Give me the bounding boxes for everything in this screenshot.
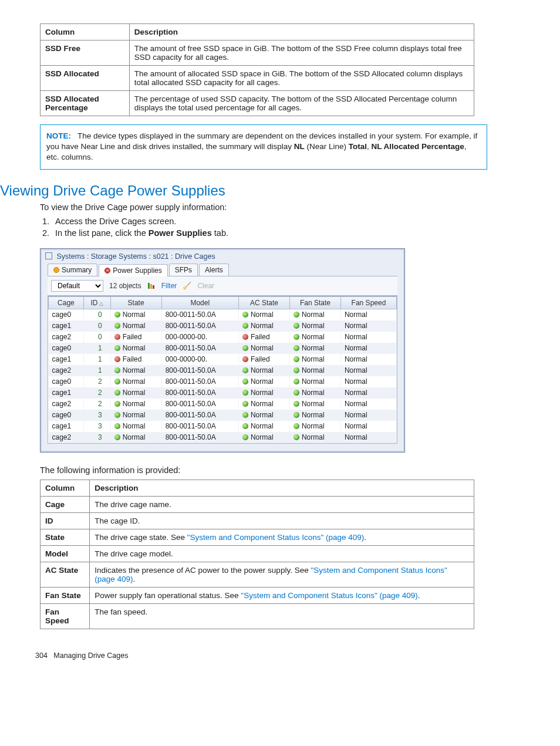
table-row[interactable]: cage13Normal800-0011-50.0ANormalNormalNo… bbox=[49, 421, 397, 432]
cell-fan: Normal bbox=[289, 343, 340, 354]
col-name: AC State bbox=[41, 562, 90, 587]
cell-fan: Normal bbox=[289, 399, 340, 410]
cell-cage: cage0 bbox=[49, 410, 84, 421]
table-row[interactable]: cage20Failed000-0000-00.FailedNormalNorm… bbox=[49, 332, 397, 343]
status-icon bbox=[114, 412, 120, 418]
cell-fan: Normal bbox=[289, 410, 340, 421]
status-icon bbox=[294, 379, 299, 384]
status-icon bbox=[114, 434, 120, 440]
cell-fan: Normal bbox=[289, 421, 340, 432]
status-icon bbox=[114, 367, 120, 373]
status-icon bbox=[242, 401, 248, 407]
cell-speed: Normal bbox=[340, 399, 396, 410]
clock-icon bbox=[53, 267, 59, 273]
cell-state: Normal bbox=[110, 376, 161, 387]
filter-preset-select[interactable]: Default bbox=[51, 280, 103, 292]
cell-cage: cage1 bbox=[49, 354, 84, 365]
status-icon bbox=[242, 412, 248, 418]
tab-sfps[interactable]: SFPs bbox=[169, 264, 198, 276]
col-model[interactable]: Model bbox=[161, 296, 238, 309]
doc-link[interactable]: "System and Component Status Icons" (pag… bbox=[241, 591, 418, 600]
cell-model: 800-0011-50.0A bbox=[161, 421, 238, 432]
cell-id: 2 bbox=[83, 399, 110, 410]
table-row[interactable]: cage21Normal800-0011-50.0ANormalNormalNo… bbox=[49, 365, 397, 376]
col-id[interactable]: ID bbox=[83, 296, 110, 309]
status-icon bbox=[114, 312, 120, 318]
cell-model: 800-0011-50.0A bbox=[161, 432, 238, 443]
note-label: NOTE: bbox=[46, 131, 71, 140]
status-icon bbox=[242, 312, 248, 318]
tab-power-supplies[interactable]: × Power Supplies bbox=[99, 264, 167, 276]
col-name: SSD Allocated bbox=[41, 66, 130, 91]
cell-id: 0 bbox=[83, 332, 110, 343]
cell-fan: Normal bbox=[289, 376, 340, 387]
filter-icon[interactable] bbox=[147, 282, 156, 290]
cell-speed: Normal bbox=[340, 320, 396, 332]
cell-id: 1 bbox=[83, 365, 110, 376]
doc-link[interactable]: "System and Component Status Icons" (pag… bbox=[187, 533, 365, 542]
cell-ac: Failed bbox=[238, 354, 289, 365]
table-row[interactable]: cage22Normal800-0011-50.0ANormalNormalNo… bbox=[49, 399, 397, 410]
table-row[interactable]: cage12Normal800-0011-50.0ANormalNormalNo… bbox=[49, 387, 397, 399]
status-icon bbox=[114, 356, 120, 362]
tab-summary[interactable]: Summary bbox=[48, 264, 97, 276]
cell-ac: Normal bbox=[238, 432, 289, 443]
col-desc: The drive cage name. bbox=[90, 496, 474, 512]
status-icon bbox=[242, 345, 248, 351]
table-row[interactable]: cage00Normal800-0011-50.0ANormalNormalNo… bbox=[49, 309, 397, 320]
status-icon bbox=[114, 379, 120, 384]
svg-rect-1 bbox=[150, 284, 152, 289]
table-row: SSD FreeThe amount of free SSD space in … bbox=[41, 40, 474, 66]
cell-id: 1 bbox=[83, 354, 110, 365]
col-fan-speed[interactable]: Fan Speed bbox=[340, 296, 396, 309]
cell-ac: Normal bbox=[238, 343, 289, 354]
table-row: SSD Allocated PercentageThe percentage o… bbox=[41, 91, 474, 116]
col-fan-state[interactable]: Fan State bbox=[289, 296, 340, 309]
cell-id: 2 bbox=[83, 387, 110, 399]
col-name: Model bbox=[41, 545, 90, 562]
col-state[interactable]: State bbox=[110, 296, 161, 309]
cell-fan: Normal bbox=[289, 387, 340, 399]
cell-speed: Normal bbox=[340, 354, 396, 365]
cell-fan: Normal bbox=[289, 309, 340, 320]
cell-id: 3 bbox=[83, 432, 110, 443]
svg-rect-0 bbox=[148, 283, 150, 289]
table2-header-column: Column bbox=[41, 480, 90, 496]
step-1: Access the Drive Cages screen. bbox=[52, 217, 525, 226]
col-desc: The percentage of used SSD capacity. The… bbox=[129, 91, 474, 116]
table-row[interactable]: cage03Normal800-0011-50.0ANormalNormalNo… bbox=[49, 410, 397, 421]
error-icon: × bbox=[104, 268, 110, 274]
tab-alerts[interactable]: Alerts bbox=[199, 264, 229, 276]
col-ac-state[interactable]: AC State bbox=[238, 296, 289, 309]
cell-state: Normal bbox=[110, 320, 161, 332]
cell-speed: Normal bbox=[340, 309, 396, 320]
table-row: SSD AllocatedThe amount of allocated SSD… bbox=[41, 66, 474, 91]
cell-state: Normal bbox=[110, 432, 161, 443]
cell-id: 3 bbox=[83, 421, 110, 432]
cell-ac: Normal bbox=[238, 421, 289, 432]
status-icon bbox=[114, 323, 120, 329]
cell-state: Normal bbox=[110, 410, 161, 421]
cell-ac: Failed bbox=[238, 332, 289, 343]
procedure-steps: Access the Drive Cages screen. In the li… bbox=[52, 217, 525, 238]
page-number: 304 bbox=[35, 652, 48, 660]
cell-state: Failed bbox=[110, 332, 161, 343]
power-supplies-table: Cage ID State Model AC State Fan State F… bbox=[48, 296, 397, 443]
section-heading: Viewing Drive Cage Power Supplies bbox=[0, 183, 525, 199]
cell-fan: Normal bbox=[289, 332, 340, 343]
table-row[interactable]: cage01Normal800-0011-50.0ANormalNormalNo… bbox=[49, 343, 397, 354]
cell-id: 3 bbox=[83, 410, 110, 421]
filter-link[interactable]: Filter bbox=[161, 282, 177, 290]
clear-icon[interactable]: 🧹 bbox=[183, 282, 191, 290]
table-row[interactable]: cage11Failed000-0000-00.FailedNormalNorm… bbox=[49, 354, 397, 365]
cell-cage: cage2 bbox=[49, 365, 84, 376]
window-title: Systems : Storage Systems : s021 : Drive… bbox=[56, 252, 215, 261]
col-cage[interactable]: Cage bbox=[49, 296, 84, 309]
table-row[interactable]: cage23Normal800-0011-50.0ANormalNormalNo… bbox=[49, 432, 397, 443]
table-row[interactable]: cage10Normal800-0011-50.0ANormalNormalNo… bbox=[49, 320, 397, 332]
tab-bar: Summary × Power Supplies SFPs Alerts bbox=[48, 264, 397, 276]
cell-speed: Normal bbox=[340, 432, 396, 443]
clear-link[interactable]: Clear bbox=[197, 282, 214, 290]
table-row[interactable]: cage02Normal800-0011-50.0ANormalNormalNo… bbox=[49, 376, 397, 387]
cell-ac: Normal bbox=[238, 387, 289, 399]
